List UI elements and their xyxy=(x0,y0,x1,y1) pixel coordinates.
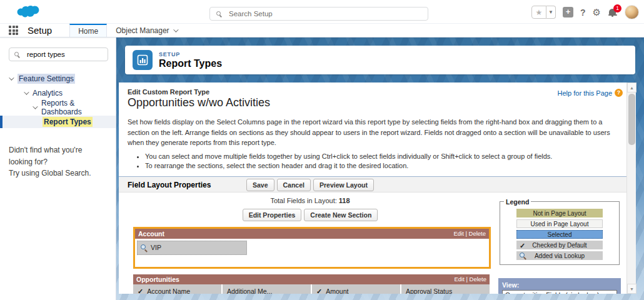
legend-item-label: Used in Page Layout xyxy=(531,221,589,228)
app-name: Setup xyxy=(28,25,52,37)
section-account: Account Edit | Delete VIP xyxy=(133,227,491,269)
sidebar-item-label: Analytics xyxy=(33,89,63,98)
view-panel: View: Opportunities Fields (via lookup) … xyxy=(498,278,621,294)
legend-item-label: Not in Page Layout xyxy=(533,210,586,217)
notification-badge: 1 xyxy=(613,4,621,12)
quick-find[interactable] xyxy=(9,48,108,61)
avatar[interactable] xyxy=(625,5,639,19)
legend-title: Legend xyxy=(504,198,531,206)
field-cell-additional-me[interactable]: Additional Me... xyxy=(223,284,311,294)
setup-gear-icon[interactable]: ⚙ xyxy=(593,8,601,17)
create-new-section-button[interactable]: Create New Section xyxy=(304,209,378,221)
check-icon: ✓ xyxy=(520,242,525,250)
field-cell-label: Additional Me... xyxy=(227,288,272,294)
field-cell-approval-status[interactable]: Approval Status xyxy=(401,284,490,294)
tab-home[interactable]: Home xyxy=(69,24,107,37)
page-header-card: SETUP Report Types xyxy=(125,46,635,74)
save-button[interactable]: Save xyxy=(246,179,274,191)
field-cell-label: Account Name xyxy=(147,288,190,294)
field-cell-account-name[interactable]: ✓Account Name xyxy=(133,284,221,294)
legend-item-label: Checked by Default xyxy=(532,242,586,249)
field-chip-vip[interactable]: VIP xyxy=(137,241,247,255)
preview-layout-button[interactable]: Preview Layout xyxy=(313,179,374,191)
sidebar-item-reports-dashboards[interactable]: Reports & Dashboards xyxy=(0,101,116,114)
report-types-icon xyxy=(133,50,153,70)
sidebar-footer-line1: Didn't find what you're looking for? xyxy=(9,144,107,168)
check-icon: ✓ xyxy=(138,288,143,294)
notifications-bell-icon[interactable]: 1 xyxy=(608,8,618,18)
scroll-up-icon[interactable]: ▲ xyxy=(627,82,636,92)
section-account-body: VIP xyxy=(135,239,489,267)
tip-item: To rearrange the sections, select the se… xyxy=(145,162,626,169)
setup-tree: Feature SettingsAnalyticsReports & Dashb… xyxy=(0,72,116,128)
total-fields-value: 118 xyxy=(339,197,350,204)
breadcrumb: Edit Custom Report Type xyxy=(128,88,618,96)
sidebar-item-label: Report Types xyxy=(43,117,93,127)
search-icon xyxy=(216,11,221,16)
legend: Legend Not in Page LayoutUsed in Page La… xyxy=(500,198,620,265)
edit-properties-button[interactable]: Edit Properties xyxy=(243,209,302,221)
block-title: Field Layout Properties xyxy=(128,181,211,189)
content-panel: Edit Custom Report Type Opportunities w/… xyxy=(119,82,636,294)
mid-button-row: Edit PropertiesCreate New Section xyxy=(119,209,501,221)
view-select-value: Opportunities Fields (via lookup) xyxy=(505,291,600,294)
sidebar-footer: Didn't find what you're looking for? Try… xyxy=(9,144,107,179)
lookup-icon xyxy=(141,244,147,251)
main-region: SETUP Report Types Edit Custom Report Ty… xyxy=(116,38,644,300)
help-for-this-page-link[interactable]: Help for this Page xyxy=(558,89,612,97)
cancel-button[interactable]: Cancel xyxy=(277,179,311,191)
app-launcher-icon[interactable] xyxy=(9,26,19,36)
tip-item: You can select and move multiple fields … xyxy=(145,152,626,160)
global-search-input[interactable] xyxy=(228,9,428,18)
scrollbar-thumb[interactable] xyxy=(628,94,635,145)
section-opportunities-edit-link[interactable]: Edit xyxy=(454,276,464,282)
check-icon: ✓ xyxy=(316,288,322,294)
help-question-icon[interactable]: ? xyxy=(615,89,623,97)
legend-item-added-via-lookup: Added via Lookup xyxy=(516,251,603,260)
tips-list: You can select and move multiple fields … xyxy=(136,152,626,169)
legend-items: Not in Page LayoutUsed in Page LayoutSel… xyxy=(504,209,615,260)
sidebar-item-label: Feature Settings xyxy=(18,74,75,84)
chevron-down-icon xyxy=(173,27,178,32)
favorites-caret-icon[interactable]: ▼ xyxy=(546,6,556,19)
global-search[interactable] xyxy=(209,7,428,21)
legend-item-checked-by-default: ✓Checked by Default xyxy=(516,241,603,249)
field-chip-label: VIP xyxy=(151,244,161,251)
tab-object-manager[interactable]: Object Manager xyxy=(107,24,185,37)
sidebar-item-label: Reports & Dashboards xyxy=(41,99,116,116)
actions-separator: | xyxy=(464,230,469,237)
report-type-title: Opportunities w/wo Activities xyxy=(128,96,618,109)
sidebar-item-report-types[interactable]: Report Types xyxy=(0,116,116,128)
chevron-down-icon xyxy=(611,292,615,294)
section-opportunities: Opportunities Edit | Delete ✓Account Nam… xyxy=(133,274,490,294)
section-opportunities-grid: ✓Account NameAdditional Me...✓AmountAppr… xyxy=(133,284,490,294)
total-fields-label: Total Fields in Layout: xyxy=(270,197,336,204)
sidebar-item-feature-settings[interactable]: Feature Settings xyxy=(0,72,116,85)
section-account-edit-link[interactable]: Edit xyxy=(453,230,463,237)
total-fields: Total Fields in Layout: 118 xyxy=(119,197,501,204)
actions-separator: | xyxy=(465,276,470,282)
section-opportunities-title: Opportunities xyxy=(136,276,179,283)
content-scrollbar[interactable]: ▲ ▼ xyxy=(626,82,636,294)
add-icon[interactable]: + xyxy=(563,7,573,18)
sidebar-footer-line2: Try using Global Search. xyxy=(9,168,107,179)
view-select[interactable]: Opportunities Fields (via lookup) xyxy=(502,290,617,294)
quick-find-input[interactable] xyxy=(26,50,94,59)
page-eyebrow: SETUP xyxy=(159,51,222,58)
section-opportunities-delete-link[interactable]: Delete xyxy=(470,276,486,282)
legend-item-label: Selected xyxy=(548,231,572,238)
chevron-down-icon[interactable] xyxy=(9,75,14,80)
description-text: Set how fields display on the Select Col… xyxy=(128,117,615,148)
section-account-delete-link[interactable]: Delete xyxy=(469,230,486,237)
scroll-down-icon[interactable]: ▼ xyxy=(627,284,636,294)
setup-sidebar: Feature SettingsAnalyticsReports & Dashb… xyxy=(0,38,116,300)
field-layout-block: Field Layout Properties SaveCancelPrevie… xyxy=(119,176,626,294)
field-cell-amount[interactable]: ✓Amount xyxy=(312,284,400,294)
field-cell-label: Amount xyxy=(326,288,348,294)
page-title: Report Types xyxy=(159,58,222,69)
sidebar-item-analytics[interactable]: Analytics xyxy=(0,87,116,99)
help-icon[interactable]: ? xyxy=(580,8,586,18)
favorites-star-icon[interactable]: ★ xyxy=(531,6,546,19)
chevron-down-icon[interactable] xyxy=(24,89,29,94)
chevron-down-icon[interactable] xyxy=(33,104,38,109)
